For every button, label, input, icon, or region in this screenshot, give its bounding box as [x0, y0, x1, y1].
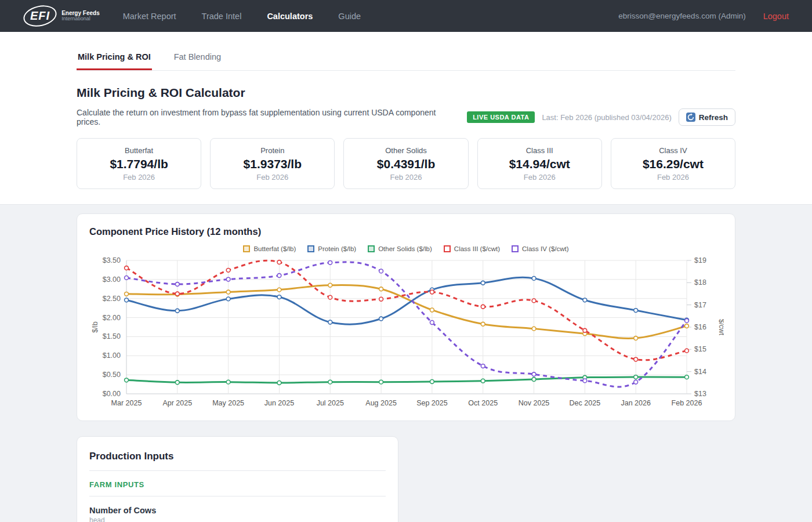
- price-card-label: Class IV: [615, 146, 731, 155]
- price-cards-row: Butterfat$1.7794/lbFeb 2026Protein$1.937…: [77, 138, 735, 189]
- svg-text:Aug 2025: Aug 2025: [365, 399, 397, 407]
- refresh-icon: [686, 113, 695, 122]
- logout-link[interactable]: Logout: [763, 12, 789, 21]
- svg-text:$2.50: $2.50: [103, 295, 121, 303]
- nav-item-trade-intel[interactable]: Trade Intel: [202, 12, 242, 21]
- svg-text:Mar 2025: Mar 2025: [111, 399, 142, 407]
- nav-item-calculators[interactable]: Calculators: [267, 12, 313, 21]
- price-card-label: Class III: [481, 146, 598, 155]
- tab-bar: Milk Pricing & ROIFat Blending: [77, 46, 735, 71]
- price-history-chart: $3.50$3.00$2.50$2.00$1.50$1.00$0.50$0.00…: [89, 255, 724, 411]
- field-unit: head: [89, 516, 386, 522]
- price-card-label: Protein: [214, 146, 331, 155]
- legend-label: Other Solids ($/lb): [378, 245, 432, 252]
- legend-item-butterfat[interactable]: Butterfat ($/lb): [243, 245, 296, 252]
- refresh-button[interactable]: Refresh: [679, 108, 735, 126]
- svg-text:$3.00: $3.00: [103, 276, 121, 284]
- main-nav: Market ReportTrade IntelCalculatorsGuide: [123, 12, 361, 21]
- legend-item-other[interactable]: Other Solids ($/lb): [368, 245, 432, 252]
- price-card-class-iii: Class III$14.94/cwtFeb 2026: [477, 138, 602, 189]
- svg-text:Oct 2025: Oct 2025: [468, 399, 498, 407]
- nav-item-guide[interactable]: Guide: [338, 12, 361, 21]
- price-card-butterfat: Butterfat$1.7794/lbFeb 2026: [77, 138, 201, 189]
- svg-text:$14: $14: [694, 368, 706, 376]
- price-card-other-solids: Other Solids$0.4391/lbFeb 2026: [343, 138, 468, 189]
- svg-text:Nov 2025: Nov 2025: [519, 399, 550, 407]
- svg-text:Jul 2025: Jul 2025: [317, 399, 344, 407]
- svg-text:Sep 2025: Sep 2025: [416, 399, 448, 407]
- last-updated-text: Last: Feb 2026 (published 03/04/2026): [542, 113, 671, 122]
- price-card-value: $1.7794/lb: [81, 157, 197, 171]
- price-card-period: Feb 2026: [81, 173, 197, 182]
- live-data-badge: LIVE USDA DATA: [467, 111, 535, 123]
- legend-label: Butterfat ($/lb): [253, 245, 296, 252]
- legend-swatch-icon: [444, 245, 451, 252]
- price-card-label: Other Solids: [347, 146, 464, 155]
- svg-text:Jun 2025: Jun 2025: [264, 399, 294, 407]
- page-title: Milk Pricing & ROI Calculator: [77, 86, 735, 100]
- price-card-value: $1.9373/lb: [214, 157, 331, 171]
- svg-text:$16: $16: [694, 323, 706, 331]
- price-card-period: Feb 2026: [481, 173, 598, 182]
- legend-label: Class III ($/cwt): [454, 245, 500, 252]
- legend-swatch-icon: [243, 245, 250, 252]
- price-card-protein: Protein$1.9373/lbFeb 2026: [210, 138, 335, 189]
- brand-logo[interactable]: EFI Energy Feeds International: [23, 7, 100, 25]
- chart-card: Component Price History (12 months) Butt…: [77, 213, 735, 421]
- price-card-period: Feb 2026: [214, 173, 331, 182]
- price-card-value: $14.94/cwt: [481, 157, 598, 171]
- chart-legend: Butterfat ($/lb)Protein ($/lb)Other Soli…: [89, 245, 723, 252]
- legend-swatch-icon: [307, 245, 314, 252]
- svg-text:$/lb: $/lb: [91, 321, 99, 333]
- svg-text:$18: $18: [694, 278, 706, 287]
- legend-label: Class IV ($/cwt): [522, 245, 569, 252]
- farm-inputs-section-label: FARM INPUTS: [89, 471, 386, 496]
- svg-text:$15: $15: [694, 345, 706, 353]
- svg-text:May 2025: May 2025: [212, 399, 244, 407]
- svg-text:$2.00: $2.00: [103, 314, 121, 322]
- production-inputs-card: Production Inputs FARM INPUTS Number of …: [77, 436, 398, 522]
- nav-item-market-report[interactable]: Market Report: [123, 12, 176, 21]
- svg-text:Apr 2025: Apr 2025: [162, 399, 192, 407]
- svg-text:$19: $19: [694, 256, 706, 264]
- legend-item-protein[interactable]: Protein ($/lb): [307, 245, 356, 252]
- tab-fat-blending[interactable]: Fat Blending: [173, 46, 222, 70]
- svg-text:$0.50: $0.50: [103, 371, 121, 379]
- price-card-label: Butterfat: [81, 146, 197, 155]
- price-card-value: $0.4391/lb: [347, 157, 464, 171]
- price-card-period: Feb 2026: [615, 173, 731, 182]
- svg-text:$3.50: $3.50: [103, 256, 121, 264]
- svg-text:$17: $17: [694, 301, 706, 309]
- svg-text:$1.00: $1.00: [103, 351, 121, 360]
- user-email: ebrisson@energyfeeds.com (Admin): [618, 12, 745, 20]
- legend-swatch-icon: [512, 245, 519, 252]
- production-fields: Number of CowsheadMilk Productionlbs/cow…: [89, 506, 386, 522]
- svg-text:$0.00: $0.00: [103, 390, 121, 398]
- legend-label: Protein ($/lb): [318, 245, 356, 252]
- top-navbar: EFI Energy Feeds International Market Re…: [0, 0, 812, 32]
- price-card-class-iv: Class IV$16.29/cwtFeb 2026: [611, 138, 735, 189]
- price-card-value: $16.29/cwt: [615, 157, 731, 171]
- field-number-of-cows: Number of Cowshead: [89, 506, 386, 522]
- svg-text:$1.50: $1.50: [103, 332, 121, 340]
- price-card-period: Feb 2026: [347, 173, 464, 182]
- legend-item-class[interactable]: Class IV ($/cwt): [512, 245, 569, 252]
- svg-text:Feb 2026: Feb 2026: [672, 399, 702, 407]
- brand-line2: International: [61, 16, 100, 21]
- svg-text:$13: $13: [694, 390, 706, 398]
- refresh-label: Refresh: [699, 113, 728, 122]
- svg-text:$/cwt: $/cwt: [717, 319, 724, 336]
- field-label: Number of Cows: [89, 506, 386, 515]
- legend-item-class[interactable]: Class III ($/cwt): [444, 245, 500, 252]
- svg-text:Dec 2025: Dec 2025: [570, 399, 601, 407]
- svg-text:Jan 2026: Jan 2026: [621, 399, 650, 407]
- page-subtitle: Calculate the return on investment from …: [77, 108, 460, 126]
- legend-swatch-icon: [368, 245, 375, 252]
- tab-milk-pricing-roi[interactable]: Milk Pricing & ROI: [77, 46, 152, 70]
- production-inputs-title: Production Inputs: [89, 451, 386, 471]
- efi-logo-mark: EFI: [23, 7, 57, 25]
- chart-title: Component Price History (12 months): [89, 226, 723, 237]
